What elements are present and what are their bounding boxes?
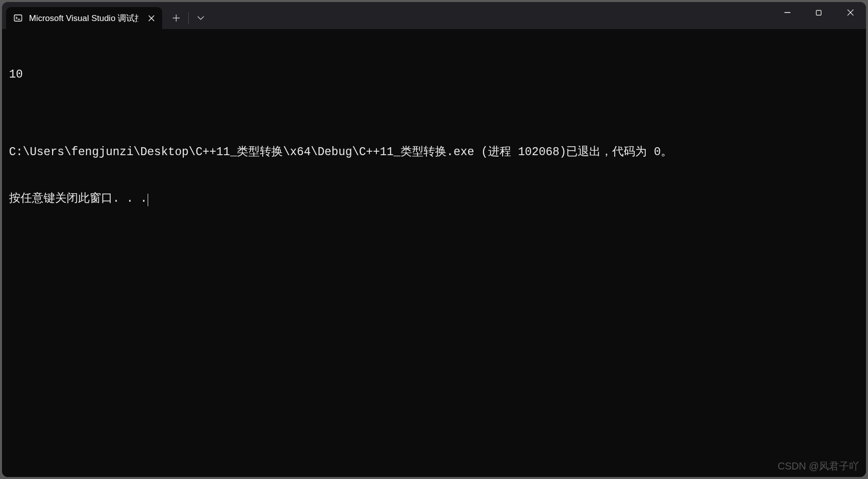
output-line: C:\Users\fengjunzi\Desktop\C++11_类型转换\x6… — [9, 145, 859, 160]
watermark: CSDN @风君子吖 — [777, 459, 859, 473]
terminal-tab[interactable]: Microsoft Visual Studio 调试控 — [6, 7, 162, 29]
maximize-button[interactable] — [803, 2, 834, 23]
prompt-text: 按任意键关闭此窗口. . . — [9, 192, 147, 205]
tab-dropdown-button[interactable] — [190, 9, 212, 28]
titlebar: Microsoft Visual Studio 调试控 — [2, 2, 866, 29]
svg-rect-0 — [15, 15, 22, 22]
console-icon — [13, 13, 23, 23]
tab-divider — [188, 12, 189, 24]
text-cursor — [148, 194, 148, 206]
terminal-window: Microsoft Visual Studio 调试控 — [2, 2, 866, 477]
tab-actions — [165, 7, 212, 29]
minimize-button[interactable] — [771, 2, 803, 23]
tab-region: Microsoft Visual Studio 调试控 — [2, 2, 212, 29]
svg-rect-7 — [816, 10, 821, 15]
terminal-output[interactable]: 10 C:\Users\fengjunzi\Desktop\C++11_类型转换… — [2, 29, 866, 477]
window-controls — [771, 2, 866, 23]
close-button[interactable] — [834, 2, 866, 23]
output-line: 按任意键关闭此窗口. . . — [9, 191, 859, 207]
output-line: 10 — [9, 67, 859, 83]
tab-close-button[interactable] — [144, 11, 158, 25]
tab-title: Microsoft Visual Studio 调试控 — [29, 13, 138, 24]
new-tab-button[interactable] — [165, 9, 187, 28]
